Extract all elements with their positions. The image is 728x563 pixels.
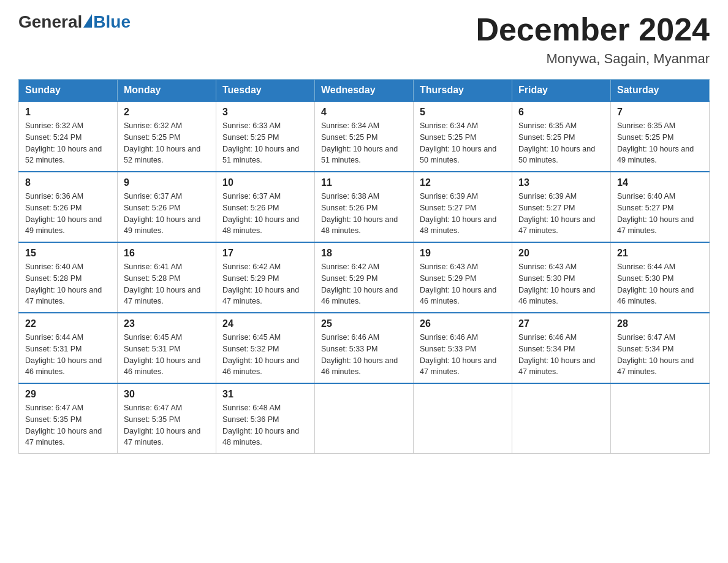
weekday-header-tuesday: Tuesday <box>216 80 315 102</box>
weekday-header-wednesday: Wednesday <box>315 80 414 102</box>
day-number: 17 <box>222 248 308 259</box>
day-info: Sunrise: 6:39 AMSunset: 5:27 PMDaylight:… <box>420 191 506 237</box>
day-info: Sunrise: 6:34 AMSunset: 5:25 PMDaylight:… <box>420 120 506 166</box>
day-number: 6 <box>518 107 604 118</box>
calendar-cell: 10 Sunrise: 6:37 AMSunset: 5:26 PMDaylig… <box>216 172 315 242</box>
day-info: Sunrise: 6:37 AMSunset: 5:26 PMDaylight:… <box>124 191 210 237</box>
calendar-cell: 11 Sunrise: 6:38 AMSunset: 5:26 PMDaylig… <box>315 172 414 242</box>
calendar-cell: 9 Sunrise: 6:37 AMSunset: 5:26 PMDayligh… <box>118 172 216 242</box>
calendar-subtitle: Monywa, Sagain, Myanmar <box>476 51 710 67</box>
calendar-cell: 18 Sunrise: 6:42 AMSunset: 5:29 PMDaylig… <box>315 242 414 313</box>
logo: General Blue <box>18 12 131 32</box>
day-info: Sunrise: 6:40 AMSunset: 5:28 PMDaylight:… <box>25 261 111 307</box>
weekday-header-sunday: Sunday <box>19 80 118 102</box>
calendar-cell <box>414 383 512 454</box>
weekday-header-saturday: Saturday <box>611 80 710 102</box>
calendar-cell: 25 Sunrise: 6:46 AMSunset: 5:33 PMDaylig… <box>315 313 414 383</box>
day-number: 10 <box>222 177 308 188</box>
day-number: 27 <box>518 318 604 329</box>
day-info: Sunrise: 6:48 AMSunset: 5:36 PMDaylight:… <box>222 402 308 448</box>
day-number: 18 <box>321 248 407 259</box>
calendar-cell: 2 Sunrise: 6:32 AMSunset: 5:25 PMDayligh… <box>118 101 216 172</box>
title-area: December 2024 Monywa, Sagain, Myanmar <box>476 12 710 67</box>
day-number: 7 <box>617 107 703 118</box>
weekday-header-thursday: Thursday <box>414 80 512 102</box>
day-info: Sunrise: 6:35 AMSunset: 5:25 PMDaylight:… <box>617 120 703 166</box>
day-number: 15 <box>25 248 111 259</box>
day-info: Sunrise: 6:47 AMSunset: 5:35 PMDaylight:… <box>124 402 210 448</box>
day-info: Sunrise: 6:35 AMSunset: 5:25 PMDaylight:… <box>518 120 604 166</box>
day-number: 3 <box>222 107 308 118</box>
day-info: Sunrise: 6:45 AMSunset: 5:32 PMDaylight:… <box>222 332 308 378</box>
calendar-cell: 30 Sunrise: 6:47 AMSunset: 5:35 PMDaylig… <box>118 383 216 454</box>
week-row-5: 29 Sunrise: 6:47 AMSunset: 5:35 PMDaylig… <box>19 383 710 454</box>
calendar-cell: 8 Sunrise: 6:36 AMSunset: 5:26 PMDayligh… <box>19 172 118 242</box>
weekday-header-row: SundayMondayTuesdayWednesdayThursdayFrid… <box>19 80 710 102</box>
logo-blue-text: Blue <box>93 12 131 32</box>
calendar-cell: 13 Sunrise: 6:39 AMSunset: 5:27 PMDaylig… <box>512 172 611 242</box>
day-number: 25 <box>321 318 407 329</box>
calendar-cell: 29 Sunrise: 6:47 AMSunset: 5:35 PMDaylig… <box>19 383 118 454</box>
calendar-cell: 7 Sunrise: 6:35 AMSunset: 5:25 PMDayligh… <box>611 101 710 172</box>
day-info: Sunrise: 6:38 AMSunset: 5:26 PMDaylight:… <box>321 191 407 237</box>
day-number: 28 <box>617 318 703 329</box>
calendar-cell: 22 Sunrise: 6:44 AMSunset: 5:31 PMDaylig… <box>19 313 118 383</box>
day-number: 20 <box>518 248 604 259</box>
day-number: 8 <box>25 177 111 188</box>
calendar-cell: 23 Sunrise: 6:45 AMSunset: 5:31 PMDaylig… <box>118 313 216 383</box>
calendar-cell: 20 Sunrise: 6:43 AMSunset: 5:30 PMDaylig… <box>512 242 611 313</box>
weekday-header-monday: Monday <box>118 80 216 102</box>
day-number: 12 <box>420 177 506 188</box>
day-number: 1 <box>25 107 111 118</box>
day-number: 5 <box>420 107 506 118</box>
day-number: 16 <box>124 248 210 259</box>
logo-general-text: General <box>18 12 82 32</box>
week-row-3: 15 Sunrise: 6:40 AMSunset: 5:28 PMDaylig… <box>19 242 710 313</box>
day-number: 2 <box>124 107 210 118</box>
calendar-cell: 27 Sunrise: 6:46 AMSunset: 5:34 PMDaylig… <box>512 313 611 383</box>
day-number: 14 <box>617 177 703 188</box>
calendar-cell: 21 Sunrise: 6:44 AMSunset: 5:30 PMDaylig… <box>611 242 710 313</box>
day-number: 4 <box>321 107 407 118</box>
calendar-cell <box>611 383 710 454</box>
day-info: Sunrise: 6:37 AMSunset: 5:26 PMDaylight:… <box>222 191 308 237</box>
day-info: Sunrise: 6:45 AMSunset: 5:31 PMDaylight:… <box>124 332 210 378</box>
day-number: 23 <box>124 318 210 329</box>
page-header: General Blue December 2024 Monywa, Sagai… <box>18 12 710 67</box>
day-number: 29 <box>25 389 111 400</box>
calendar-cell: 5 Sunrise: 6:34 AMSunset: 5:25 PMDayligh… <box>414 101 512 172</box>
calendar-cell: 1 Sunrise: 6:32 AMSunset: 5:24 PMDayligh… <box>19 101 118 172</box>
day-info: Sunrise: 6:33 AMSunset: 5:25 PMDaylight:… <box>222 120 308 166</box>
day-number: 19 <box>420 248 506 259</box>
calendar-cell: 24 Sunrise: 6:45 AMSunset: 5:32 PMDaylig… <box>216 313 315 383</box>
day-info: Sunrise: 6:44 AMSunset: 5:31 PMDaylight:… <box>25 332 111 378</box>
calendar-cell: 3 Sunrise: 6:33 AMSunset: 5:25 PMDayligh… <box>216 101 315 172</box>
day-info: Sunrise: 6:39 AMSunset: 5:27 PMDaylight:… <box>518 191 604 237</box>
calendar-cell: 6 Sunrise: 6:35 AMSunset: 5:25 PMDayligh… <box>512 101 611 172</box>
calendar-cell: 12 Sunrise: 6:39 AMSunset: 5:27 PMDaylig… <box>414 172 512 242</box>
day-number: 24 <box>222 318 308 329</box>
calendar-cell: 31 Sunrise: 6:48 AMSunset: 5:36 PMDaylig… <box>216 383 315 454</box>
calendar-cell: 14 Sunrise: 6:40 AMSunset: 5:27 PMDaylig… <box>611 172 710 242</box>
calendar-cell: 17 Sunrise: 6:42 AMSunset: 5:29 PMDaylig… <box>216 242 315 313</box>
week-row-4: 22 Sunrise: 6:44 AMSunset: 5:31 PMDaylig… <box>19 313 710 383</box>
day-info: Sunrise: 6:44 AMSunset: 5:30 PMDaylight:… <box>617 261 703 307</box>
day-number: 13 <box>518 177 604 188</box>
day-info: Sunrise: 6:47 AMSunset: 5:34 PMDaylight:… <box>617 332 703 378</box>
calendar-cell <box>512 383 611 454</box>
day-info: Sunrise: 6:43 AMSunset: 5:30 PMDaylight:… <box>518 261 604 307</box>
calendar-table: SundayMondayTuesdayWednesdayThursdayFrid… <box>18 79 710 454</box>
day-number: 22 <box>25 318 111 329</box>
calendar-cell: 26 Sunrise: 6:46 AMSunset: 5:33 PMDaylig… <box>414 313 512 383</box>
day-info: Sunrise: 6:46 AMSunset: 5:33 PMDaylight:… <box>321 332 407 378</box>
day-info: Sunrise: 6:46 AMSunset: 5:34 PMDaylight:… <box>518 332 604 378</box>
day-info: Sunrise: 6:32 AMSunset: 5:24 PMDaylight:… <box>25 120 111 166</box>
calendar-cell: 15 Sunrise: 6:40 AMSunset: 5:28 PMDaylig… <box>19 242 118 313</box>
day-number: 11 <box>321 177 407 188</box>
day-info: Sunrise: 6:42 AMSunset: 5:29 PMDaylight:… <box>222 261 308 307</box>
day-number: 31 <box>222 389 308 400</box>
calendar-title: December 2024 <box>476 12 710 47</box>
day-number: 21 <box>617 248 703 259</box>
day-number: 9 <box>124 177 210 188</box>
day-number: 30 <box>124 389 210 400</box>
